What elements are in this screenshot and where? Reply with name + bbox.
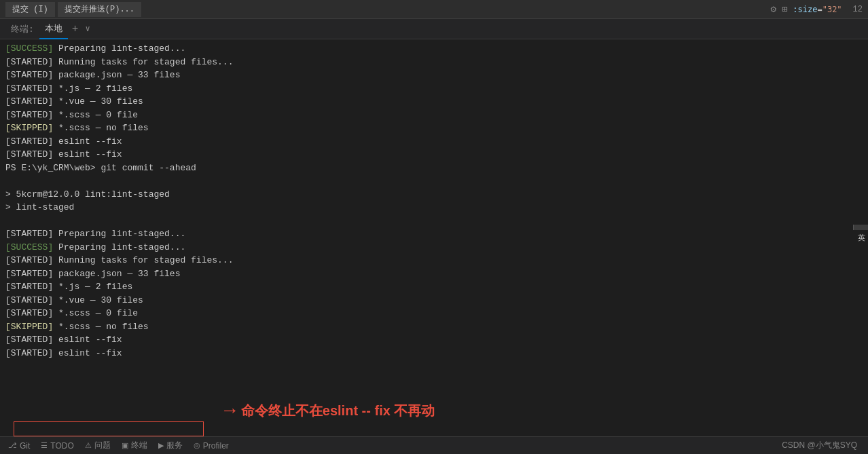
problems-label: 问题 (94, 440, 111, 451)
terminal-line: [STARTED] *.js — 2 files (5, 82, 863, 96)
tab-bar: 终端: 本地 + ∨ (0, 19, 868, 39)
bottom-todo[interactable]: ☰ TODO (35, 437, 79, 455)
todo-label: TODO (50, 441, 73, 451)
terminal-line: [STARTED] Preparing lint-staged... (5, 227, 863, 241)
terminal-line: [STARTED] eslint --fix (5, 347, 863, 360)
terminal-line: [STARTED] *.vue — 30 files (5, 95, 863, 109)
terminal-line: > lint-staged (5, 201, 863, 214)
tab-chevron[interactable]: ∨ (82, 24, 92, 34)
services-label: 服务 (166, 440, 183, 451)
grid-icon[interactable]: ⊞ (782, 3, 787, 15)
terminal-line: [SUCCESS] Preparing lint-staged... (5, 241, 863, 254)
size-hint: :size="32" (793, 5, 842, 14)
terminal-line: [STARTED] eslint --fix (5, 333, 863, 347)
terminal-line: [SKIPPED] *.scss — no files (5, 320, 863, 334)
terminal-line: [STARTED] *.scss — 0 file (5, 109, 863, 122)
bottom-profiler[interactable]: ◎ Profiler (188, 437, 234, 455)
commit-push-button[interactable]: 提交并推送(P)... (58, 2, 141, 17)
bottom-terminal[interactable]: ▣ 终端 (116, 437, 153, 455)
terminal-line: [STARTED] package.json — 33 files (5, 267, 863, 281)
tab-terminal-label: 终端: (5, 19, 39, 39)
bottom-git[interactable]: ⎇ Git (3, 437, 35, 455)
terminal-input[interactable] (14, 421, 204, 436)
terminal-line: PS E:\yk_CRM\web> git commit --ahead (5, 162, 863, 175)
git-label: Git (20, 441, 30, 451)
terminal-line: > 5kcrm@12.0.0 lint:lint-staged (5, 188, 863, 202)
top-toolbar: 提交 (I) 提交并推送(P)... ⚙ ⊞ :size="32" 12 (0, 0, 868, 19)
problems-icon: ⚠ (85, 441, 92, 450)
terminal-icon: ▣ (122, 441, 128, 450)
tab-add-button[interactable]: + (68, 23, 83, 35)
terminal-line: [STARTED] eslint --fix (5, 148, 863, 162)
line-number: 12 (853, 5, 863, 14)
terminal-line: [STARTED] eslint --fix (5, 135, 863, 149)
en-button[interactable]: 英 (853, 225, 868, 230)
profiler-icon: ◎ (194, 441, 200, 450)
services-icon: ▶ (158, 441, 164, 450)
terminal-line: [STARTED] Running tasks for staged files… (5, 254, 863, 267)
tab-local[interactable]: 本地 (39, 19, 68, 39)
terminal-line: [SUCCESS] Preparing lint-staged... (5, 42, 863, 56)
terminal-line: [STARTED] *.scss — 0 file (5, 307, 863, 320)
csdn-credit: CSDN @小气鬼SYQ (774, 440, 865, 451)
terminal-line: [STARTED] *.js — 2 files (5, 280, 863, 294)
gear-icon[interactable]: ⚙ (770, 3, 776, 15)
terminal-line: [SKIPPED] *.scss — no files (5, 121, 863, 135)
bottom-services[interactable]: ▶ 服务 (153, 437, 188, 455)
terminal-line: [STARTED] *.vue — 30 files (5, 294, 863, 307)
bottom-bar: ⎇ Git ☰ TODO ⚠ 问题 ▣ 终端 ▶ 服务 ◎ Profiler C… (0, 436, 868, 454)
terminal-tab-label: 终端 (131, 440, 147, 451)
terminal-input-area (14, 421, 204, 436)
todo-icon: ☰ (41, 441, 48, 450)
profiler-label: Profiler (203, 441, 229, 451)
bottom-problems[interactable]: ⚠ 问题 (79, 437, 116, 455)
terminal-line: [STARTED] Running tasks for staged files… (5, 56, 863, 69)
terminal-line: [STARTED] package.json — 33 files (5, 69, 863, 82)
commit-button[interactable]: 提交 (I) (5, 2, 55, 17)
git-icon: ⎇ (8, 441, 17, 450)
toolbar-right: ⚙ ⊞ :size="32" 12 (770, 3, 863, 15)
terminal-output: [SUCCESS] Preparing lint-staged...[START… (0, 39, 868, 436)
